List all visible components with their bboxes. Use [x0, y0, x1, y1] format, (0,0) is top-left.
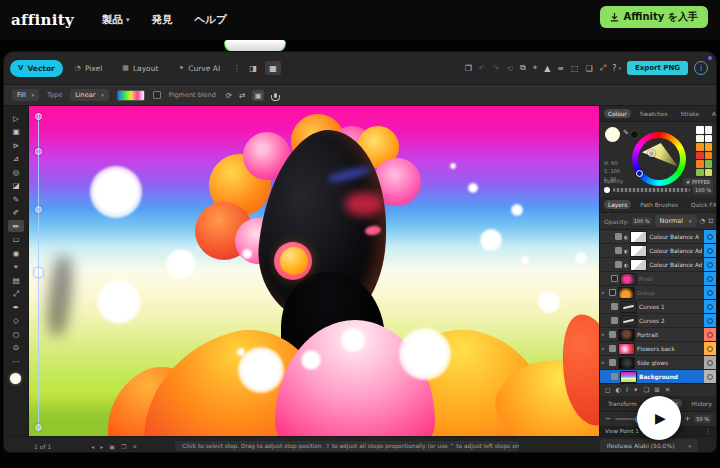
layer-colour-tag[interactable] — [704, 328, 716, 341]
gradient-stop-handle[interactable] — [35, 113, 42, 120]
expand-arrow-icon[interactable]: ▸ — [602, 346, 607, 351]
colour-swatch-10[interactable] — [696, 169, 704, 177]
zoom-value[interactable]: 50 % — [694, 415, 711, 423]
colour-swatch-6[interactable] — [696, 152, 704, 160]
persona-tab-layout[interactable]: ▦Layout — [114, 60, 166, 77]
opacity-knob[interactable] — [604, 187, 610, 193]
layer-colour-tag[interactable] — [704, 272, 716, 285]
get-affinity-button[interactable]: Affinity を入手 — [600, 6, 708, 28]
visibility-checkbox[interactable] — [609, 331, 616, 338]
persona-tab-pixel[interactable]: ◔Pixel — [67, 60, 110, 77]
visibility-checkbox[interactable] — [615, 261, 622, 268]
pencil-tool[interactable]: ✎ — [8, 193, 24, 205]
tab-appearance[interactable]: Appearance — [708, 109, 716, 118]
nav-item-0[interactable]: 製品▾ — [102, 13, 130, 27]
stop-swatch-icon[interactable]: ▣ — [109, 443, 115, 450]
persona-tab-curve-ai[interactable]: ✦Curve AI — [170, 60, 228, 77]
duplicate-icon[interactable]: ⧉ — [520, 63, 526, 73]
prev-stop-icon[interactable]: ◂ — [91, 443, 94, 450]
layer-row-group[interactable]: ▸Group — [600, 286, 716, 299]
opacity-track[interactable] — [613, 188, 690, 192]
copy-icon[interactable]: ❐ — [465, 64, 472, 73]
eyedropper-icon[interactable]: ✐ — [621, 129, 629, 135]
tab-quick-fx[interactable]: Quick FX — [687, 200, 716, 209]
swap-view-icon[interactable]: ◨ — [245, 61, 261, 75]
foreground-colour-swatch[interactable] — [10, 373, 21, 384]
fx-icon[interactable]: ✦ — [633, 386, 638, 394]
colour-swatch-1[interactable] — [705, 126, 713, 134]
layer-colour-tag[interactable] — [704, 230, 716, 243]
contour-tool[interactable]: ◎ — [8, 166, 24, 178]
visibility-checkbox[interactable] — [611, 275, 618, 282]
persona-tab-vector[interactable]: VVector — [10, 60, 63, 77]
edit-gradient-icon[interactable]: ▣ — [252, 90, 263, 101]
layer-row-pixel[interactable]: Pixel — [600, 272, 716, 285]
ellipse-shape-tool[interactable]: ◉ — [8, 247, 24, 259]
blend-mode-dropdown[interactable]: Normal ▾ — [655, 215, 697, 227]
tab-colour[interactable]: Colour — [604, 109, 631, 118]
current-colour-swatch[interactable] — [605, 127, 620, 142]
help-dropdown[interactable]: ? ▾ — [612, 64, 621, 73]
layer-row-colour-balance-adjustm[interactable]: ◐Colour Balance Adjustm — [600, 244, 716, 257]
pigment-blend-checkbox[interactable] — [153, 91, 161, 99]
rotate-gradient-icon[interactable]: ⟳ — [226, 91, 232, 100]
gradient-stop-handle[interactable] — [35, 206, 42, 213]
colour-picker-tool[interactable]: ○ — [8, 328, 24, 340]
colour-swatch-3[interactable] — [705, 135, 713, 143]
text-layer-icon[interactable]: I — [626, 386, 628, 394]
history-icon[interactable]: ⟲ — [506, 64, 513, 73]
layer-row-background[interactable]: Background — [600, 370, 716, 383]
snapping-icon[interactable]: ⌖ — [533, 63, 538, 73]
visibility-checkbox[interactable] — [611, 373, 618, 380]
move-tool[interactable]: ▷ — [8, 112, 24, 124]
canvas-artwork[interactable] — [29, 106, 599, 436]
zoom-out-button[interactable]: − — [605, 415, 611, 423]
layer-row-colour-balance-a[interactable]: ◐Colour Balance A — [600, 230, 716, 243]
tab-history[interactable]: History — [687, 399, 716, 408]
transparency-tool[interactable]: ◇ — [8, 315, 24, 327]
colour-swatch-7[interactable] — [705, 152, 713, 160]
fill-gradient-tool[interactable]: ✒ — [8, 301, 24, 313]
colour-swatch-11[interactable] — [705, 169, 713, 177]
tab-swatches[interactable]: Swatches — [636, 109, 672, 118]
share-icon[interactable]: ❏ — [586, 64, 593, 73]
layer-row-curves-1[interactable]: Curves 1 — [600, 300, 716, 313]
tab-stroke[interactable]: Stroke — [677, 109, 703, 118]
expand-arrow-icon[interactable]: ▸ — [602, 332, 607, 337]
zoom-in-button[interactable]: + — [684, 415, 690, 423]
pen-tool[interactable]: ✐ — [8, 207, 24, 219]
colour-swatch-8[interactable] — [696, 160, 704, 168]
visibility-checkbox[interactable] — [609, 345, 616, 352]
layer-colour-tag[interactable] — [704, 258, 716, 271]
rectangle-tool[interactable]: ▭ — [8, 234, 24, 246]
grid-view-icon[interactable]: ▦ — [265, 61, 281, 75]
visibility-checkbox[interactable] — [611, 317, 618, 324]
delete-layer-icon[interactable]: ✕ — [665, 386, 670, 394]
tab-layers[interactable]: Layers — [604, 200, 631, 209]
layer-colour-tag[interactable] — [704, 244, 716, 257]
zoom-tool[interactable]: ⊙ — [8, 342, 24, 354]
layers-opacity-value[interactable]: 100 % — [632, 217, 652, 225]
secondary-colour-swatch[interactable] — [630, 130, 639, 139]
hue-knob[interactable] — [636, 170, 643, 177]
layer-settings-icon[interactable]: ◔ — [700, 217, 706, 225]
gradient-type-dropdown[interactable]: Linear ▾ — [70, 89, 109, 101]
resize-icon[interactable]: ⤢ — [600, 63, 606, 73]
info-button[interactable]: i — [694, 61, 708, 75]
colour-swatch-9[interactable] — [705, 160, 713, 168]
visibility-checkbox[interactable] — [611, 303, 618, 310]
layer-colour-tag[interactable] — [704, 342, 716, 355]
affinity-logo[interactable]: affinity — [11, 11, 74, 29]
insert-target-icon[interactable]: ⬚ — [571, 64, 579, 73]
more-icon[interactable]: ⋮ — [706, 428, 712, 434]
node-tool[interactable]: ⊳ — [8, 139, 24, 151]
visibility-checkbox[interactable] — [609, 289, 616, 296]
visibility-checkbox[interactable] — [609, 359, 616, 366]
layer-row-colour-balance-adjustm[interactable]: ◐Colour Balance Adjustm — [600, 258, 716, 271]
layer-row-portrait[interactable]: ▸Portrait — [600, 328, 716, 341]
gradient-stop-handle[interactable] — [35, 148, 42, 155]
video-play-button[interactable]: ▶ — [637, 396, 681, 440]
visibility-checkbox[interactable] — [615, 233, 622, 240]
expand-arrow-icon[interactable]: ▸ — [602, 290, 607, 295]
nav-item-2[interactable]: ヘルプ — [195, 13, 227, 27]
